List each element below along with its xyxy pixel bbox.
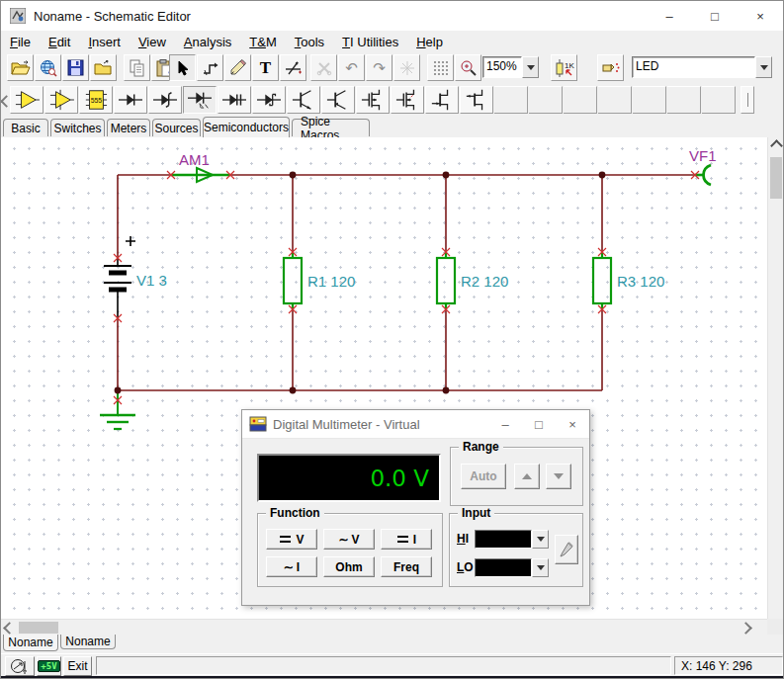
open-file-button[interactable] bbox=[7, 54, 34, 81]
menu-edit[interactable]: Edit bbox=[40, 33, 79, 51]
component-555-timer-button[interactable]: 555 bbox=[79, 86, 113, 114]
input-hi-combobox[interactable] bbox=[475, 530, 549, 549]
component-nmos-button[interactable] bbox=[356, 86, 390, 114]
resistor-r1[interactable] bbox=[284, 252, 302, 309]
component-opamp-power-button[interactable] bbox=[44, 86, 78, 114]
component-values-button[interactable]: 1K bbox=[551, 54, 577, 81]
freq-button[interactable]: Freq bbox=[381, 556, 432, 577]
ac-voltage-button[interactable]: ∼V bbox=[323, 529, 375, 550]
cut-wire-icon bbox=[285, 60, 303, 76]
copy-button[interactable] bbox=[124, 54, 150, 81]
battery-v1[interactable] bbox=[104, 236, 135, 318]
input-lo-combobox[interactable] bbox=[475, 558, 549, 577]
menu-tm[interactable]: T&M bbox=[240, 33, 285, 51]
doc-tab-noname-1[interactable]: Noname bbox=[3, 635, 58, 651]
maximize-button[interactable]: □ bbox=[692, 1, 738, 31]
last-component-button[interactable] bbox=[393, 54, 420, 81]
component-schottky-diode-button[interactable] bbox=[252, 86, 286, 114]
menu-tools[interactable]: Tools bbox=[286, 33, 333, 51]
input-hi-dropdown-button[interactable] bbox=[532, 530, 549, 549]
multimeter-title-bar[interactable]: Digital Multimeter - Virtual – □ × bbox=[242, 410, 589, 439]
tab-sources[interactable]: Sources bbox=[152, 119, 201, 136]
component-opamp-button[interactable] bbox=[10, 86, 44, 114]
grid-toggle-button[interactable] bbox=[427, 54, 454, 81]
ammeter-am1[interactable] bbox=[171, 168, 230, 182]
close-button[interactable]: × bbox=[738, 1, 783, 31]
ac-current-button[interactable]: ∼I bbox=[266, 556, 317, 577]
dc-current-button[interactable]: I bbox=[381, 529, 432, 550]
vertical-scroll-thumb[interactable] bbox=[770, 157, 782, 199]
vertical-scrollbar[interactable] bbox=[767, 137, 783, 635]
ohm-button[interactable]: Ohm bbox=[323, 556, 375, 577]
save-button[interactable] bbox=[62, 54, 89, 81]
schottky-diode-icon bbox=[255, 88, 283, 112]
menu-view[interactable]: View bbox=[130, 33, 175, 51]
tab-spice-macros[interactable]: Spice Macros bbox=[292, 119, 370, 136]
range-up-button[interactable] bbox=[514, 464, 540, 489]
zoom-level-combobox[interactable]: 150% bbox=[482, 56, 539, 78]
open-macro-button[interactable] bbox=[90, 54, 117, 81]
chevron-down-icon bbox=[537, 565, 545, 570]
tab-basic[interactable]: Basic bbox=[3, 119, 48, 136]
menu-help[interactable]: Help bbox=[407, 33, 452, 51]
component-pmos-button[interactable] bbox=[391, 86, 424, 114]
component-varicap-diode-button[interactable] bbox=[218, 86, 251, 114]
undo-button[interactable]: ↶ bbox=[338, 54, 365, 81]
multimeter-close-button[interactable]: × bbox=[556, 410, 589, 438]
resistor-r2[interactable] bbox=[437, 252, 455, 309]
globe-search-icon bbox=[40, 59, 57, 77]
doc-tab-noname-2[interactable]: Noname bbox=[60, 635, 116, 649]
component-led-button[interactable] bbox=[183, 86, 217, 114]
component-pnp-transistor-button[interactable] bbox=[321, 86, 355, 114]
zoom-level-dropdown-button[interactable] bbox=[522, 56, 539, 78]
open-web-button[interactable] bbox=[35, 54, 61, 81]
zoom-tool-button[interactable] bbox=[455, 54, 481, 81]
wire-cut-tool-button[interactable] bbox=[280, 54, 306, 81]
minimize-button[interactable]: – bbox=[647, 1, 692, 31]
palette-scroll-right-button[interactable] bbox=[740, 86, 754, 114]
wire-tool-button[interactable] bbox=[197, 54, 223, 81]
tab-semiconductors[interactable]: Semiconductors bbox=[203, 117, 290, 137]
component-zener-diode-button[interactable] bbox=[148, 86, 182, 114]
scroll-left-button[interactable] bbox=[1, 620, 17, 636]
input-lo-dropdown-button[interactable] bbox=[532, 558, 549, 577]
component-diode-button[interactable] bbox=[114, 86, 147, 114]
horizontal-scrollbar[interactable] bbox=[1, 619, 769, 635]
wires[interactable] bbox=[118, 175, 695, 390]
delete-button[interactable] bbox=[310, 54, 337, 81]
component-select-dropdown-button[interactable] bbox=[755, 56, 772, 78]
voltage-probe-vf1[interactable] bbox=[695, 165, 711, 185]
component-npn-transistor-button[interactable] bbox=[287, 86, 320, 114]
scroll-right-button[interactable] bbox=[738, 620, 753, 636]
pencil-tool-button[interactable] bbox=[224, 54, 251, 81]
horizontal-scroll-thumb[interactable] bbox=[19, 622, 58, 634]
ground-symbol[interactable] bbox=[100, 392, 135, 429]
menu-insert[interactable]: Insert bbox=[79, 33, 130, 51]
multimeter-reading: 0.0 V bbox=[370, 466, 429, 491]
menu-file[interactable]: File bbox=[1, 33, 40, 51]
range-auto-button[interactable]: Auto bbox=[461, 464, 506, 489]
text-tool-button[interactable]: T bbox=[252, 54, 279, 81]
menu-ti-utilities[interactable]: TI Utilities bbox=[333, 33, 407, 51]
resistor-r3[interactable] bbox=[593, 252, 611, 309]
multimeter-maximize-button[interactable]: □ bbox=[522, 410, 556, 438]
scroll-up-button[interactable] bbox=[768, 137, 784, 153]
multimeter-dialog[interactable]: Digital Multimeter - Virtual – □ × 0.0 V… bbox=[241, 409, 590, 606]
dc-voltage-button[interactable]: V bbox=[266, 529, 317, 550]
grid-icon bbox=[433, 60, 449, 76]
range-down-button[interactable] bbox=[546, 464, 571, 489]
tab-switches[interactable]: Switches bbox=[50, 119, 105, 136]
power-button[interactable]: +5V bbox=[37, 656, 61, 676]
multimeter-minimize-button[interactable]: – bbox=[488, 410, 522, 438]
menu-analysis[interactable]: Analysis bbox=[175, 33, 240, 51]
probe-button[interactable] bbox=[555, 535, 578, 564]
exit-button[interactable]: Exit bbox=[63, 656, 92, 676]
redo-button[interactable]: ↷ bbox=[366, 54, 392, 81]
component-pjfet-button[interactable] bbox=[460, 86, 493, 114]
component-njfet-button[interactable] bbox=[425, 86, 459, 114]
component-select-combobox[interactable]: LED bbox=[632, 56, 772, 78]
find-component-button[interactable] bbox=[597, 54, 624, 81]
macro-pin-button[interactable] bbox=[5, 656, 35, 676]
select-tool-button[interactable] bbox=[169, 54, 196, 81]
tab-meters[interactable]: Meters bbox=[107, 119, 150, 136]
